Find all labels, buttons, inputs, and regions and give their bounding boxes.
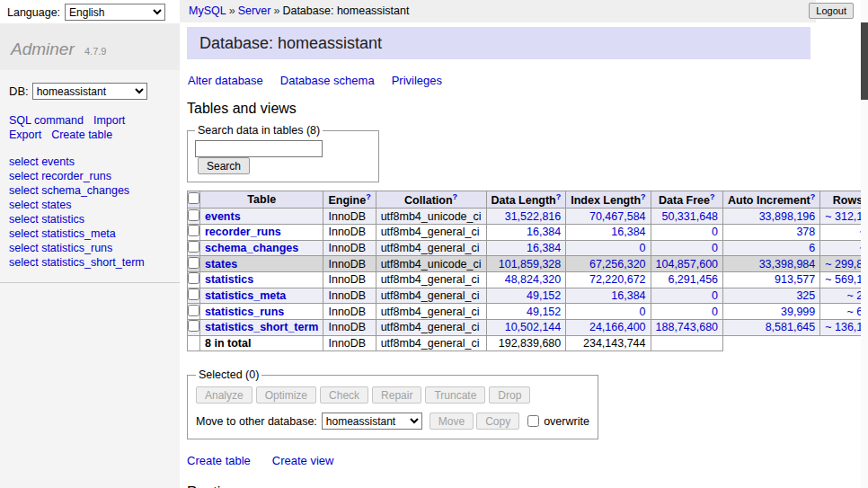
move-button[interactable]: Move — [430, 413, 474, 430]
privileges-link[interactable]: Privileges — [392, 74, 442, 87]
data-length-cell: 49,152 — [486, 288, 566, 304]
data-free-value[interactable]: 0 — [712, 289, 718, 302]
table-link-statistics-short-term[interactable]: statistics_short_term — [205, 321, 318, 333]
table-link-schema-changes[interactable]: schema_changes — [205, 242, 298, 254]
data-length-value[interactable]: 101,859,328 — [499, 258, 562, 271]
auto-increment-value[interactable]: 39,999 — [781, 306, 815, 318]
sidebar-action-row: ExportCreate table — [9, 128, 171, 142]
table-link-statistics-meta[interactable]: statistics_meta — [205, 289, 286, 302]
create-view-link[interactable]: Create view — [272, 454, 334, 467]
row-checkbox-events[interactable] — [188, 209, 199, 221]
index-length-value[interactable]: 16,384 — [611, 226, 645, 238]
row-checkbox-statistics-runs[interactable] — [188, 305, 199, 316]
data-length-value[interactable]: 16,384 — [527, 226, 561, 238]
sidebar-item-select-recorder-runs[interactable]: select recorder_runs — [9, 169, 171, 183]
data-length-value[interactable]: 48,824,320 — [505, 273, 562, 286]
data-length-value[interactable]: 16,384 — [527, 242, 561, 254]
truncate-button[interactable]: Truncate — [425, 386, 485, 404]
help-icon[interactable]: ? — [366, 192, 371, 201]
help-icon[interactable]: ? — [810, 192, 816, 201]
data-length-value[interactable]: 49,152 — [527, 289, 561, 302]
row-checkbox-statistics-meta[interactable] — [188, 288, 199, 300]
select-all-checkbox[interactable] — [188, 192, 199, 204]
analyze-button[interactable]: Analyze — [196, 386, 252, 404]
create-table-link[interactable]: Create table — [187, 454, 251, 467]
index-length-value[interactable]: 70,467,584 — [589, 210, 646, 223]
sidebar-item-select-schema-changes[interactable]: select schema_changes — [9, 183, 171, 198]
sidebar-item-select-statistics-meta[interactable]: select statistics_meta — [9, 226, 171, 241]
table-link-recorder-runs[interactable]: recorder_runs — [205, 226, 281, 238]
help-icon[interactable]: ? — [641, 192, 646, 201]
alter-database-link[interactable]: Alter database — [188, 74, 263, 87]
move-db-select[interactable]: homeassistant — [322, 413, 422, 430]
auto-increment-value[interactable]: 913,577 — [775, 273, 815, 286]
overwrite-checkbox[interactable] — [527, 415, 539, 427]
data-free-value[interactable]: 50,331,648 — [661, 210, 718, 223]
row-checkbox-statistics[interactable] — [188, 272, 199, 284]
index-length-value[interactable]: 0 — [640, 242, 646, 254]
table-row-statistics-runs: statistics_runsInnoDButf8mb4_general_ci4… — [188, 304, 868, 320]
row-checkbox-statistics-short-term[interactable] — [188, 320, 199, 332]
auto-increment-value[interactable]: 6 — [809, 242, 815, 254]
row-checkbox-states[interactable] — [188, 257, 199, 269]
language-select[interactable]: English — [65, 4, 165, 21]
logout-button[interactable]: Logout — [809, 3, 854, 19]
sidebar-item-select-states[interactable]: select states — [9, 198, 171, 212]
row-checkbox-schema-changes[interactable] — [188, 241, 199, 253]
help-icon[interactable]: ? — [556, 192, 562, 201]
auto-increment-value[interactable]: 378 — [796, 226, 815, 238]
copy-button[interactable]: Copy — [476, 413, 519, 430]
sidebar-item-select-statistics-runs[interactable]: select statistics_runs — [9, 241, 171, 255]
sidebar-link-import[interactable]: Import — [93, 114, 125, 127]
row-checkbox-cell — [188, 240, 200, 256]
table-link-statistics-runs[interactable]: statistics_runs — [205, 306, 284, 318]
sidebar-item-select-statistics[interactable]: select statistics — [9, 212, 171, 226]
database-schema-link[interactable]: Database schema — [280, 74, 375, 87]
db-select[interactable]: homeassistant — [32, 83, 147, 100]
auto-increment-cell: 378 — [723, 224, 820, 240]
sidebar-link-export[interactable]: Export — [9, 129, 41, 141]
data-length-value[interactable]: 31,522,816 — [505, 210, 562, 223]
table-link-statistics[interactable]: statistics — [205, 273, 253, 286]
drop-button[interactable]: Drop — [489, 386, 530, 404]
table-link-events[interactable]: events — [205, 210, 241, 223]
col-header-label: Data Free — [659, 194, 710, 207]
data-free-value[interactable]: 0 — [712, 306, 718, 318]
auto-increment-value[interactable]: 325 — [796, 289, 815, 302]
help-icon[interactable]: ? — [453, 192, 458, 201]
data-length-value[interactable]: 49,152 — [527, 306, 561, 318]
index-length-value[interactable]: 72,220,672 — [589, 273, 646, 286]
search-button[interactable]: Search — [198, 157, 250, 174]
scrollbar[interactable] — [861, 0, 868, 488]
search-input[interactable] — [195, 140, 323, 157]
check-button[interactable]: Check — [320, 386, 368, 404]
auto-increment-value[interactable]: 33,898,196 — [759, 210, 816, 223]
data-free-value[interactable]: 188,743,680 — [656, 321, 719, 333]
data-free-value[interactable]: 104,857,600 — [656, 258, 719, 271]
sidebar-item-select-statistics-short-term[interactable]: select statistics_short_term — [9, 255, 171, 270]
scrollbar-thumb[interactable] — [861, 22, 868, 100]
row-checkbox-recorder-runs[interactable] — [188, 225, 199, 236]
data-length-value[interactable]: 10,502,144 — [505, 321, 562, 333]
auto-increment-value[interactable]: 8,581,645 — [766, 321, 816, 333]
help-icon[interactable]: ? — [710, 192, 715, 201]
sidebar-link-create-table[interactable]: Create table — [51, 129, 112, 141]
auto-increment-value[interactable]: 33,398,984 — [759, 258, 816, 271]
table-link-states[interactable]: states — [205, 258, 237, 271]
col-header-label: Engine — [328, 194, 366, 207]
auto-increment-cell: 33,898,196 — [723, 209, 820, 225]
data-free-value[interactable]: 6,291,456 — [668, 273, 718, 286]
index-length-value[interactable]: 67,256,320 — [589, 258, 646, 271]
table-row-schema-changes: schema_changesInnoDButf8mb4_general_ci16… — [188, 240, 868, 256]
index-length-value[interactable]: 0 — [640, 306, 646, 318]
data-free-value[interactable]: 0 — [712, 226, 718, 238]
breadcrumb-server-link[interactable]: Server — [238, 4, 271, 17]
optimize-button[interactable]: Optimize — [256, 386, 316, 404]
sidebar-item-select-events[interactable]: select events — [9, 155, 171, 169]
data-free-value[interactable]: 0 — [712, 242, 718, 254]
sidebar-link-sql-command[interactable]: SQL command — [9, 114, 84, 127]
index-length-value[interactable]: 16,384 — [611, 289, 645, 302]
repair-button[interactable]: Repair — [372, 386, 421, 404]
breadcrumb-mysql-link[interactable]: MySQL — [189, 4, 226, 17]
index-length-value[interactable]: 24,166,400 — [589, 321, 646, 333]
